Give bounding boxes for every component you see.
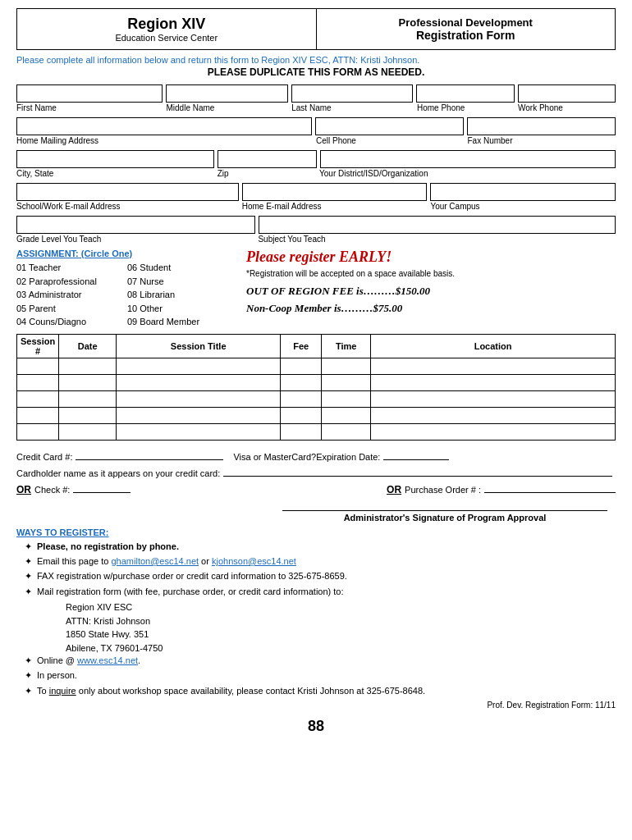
home-email-label: Home E-mail Address (242, 202, 428, 211)
session-num-1[interactable] (17, 358, 59, 374)
ways-online-text: Online @ www.esc14.net. (37, 655, 140, 667)
signature-label: Administrator's Signature of Program App… (282, 513, 607, 523)
table-row (17, 374, 616, 390)
session-fee-2[interactable] (281, 374, 322, 390)
expiration-input[interactable] (383, 449, 449, 460)
last-name-label: Last Name (291, 103, 414, 112)
first-name-input[interactable] (16, 84, 163, 103)
session-title-4[interactable] (117, 407, 281, 423)
session-num-4[interactable] (17, 407, 59, 423)
addr-line-2: ATTN: Kristi Johnson (66, 614, 616, 628)
city-state-input[interactable] (16, 150, 214, 168)
district-input[interactable] (320, 150, 616, 168)
last-name-input[interactable] (291, 84, 414, 103)
page-header: Region XIV Education Service Center Prof… (16, 8, 616, 50)
col-header-location: Location (371, 334, 616, 358)
cell-phone-input[interactable] (315, 117, 464, 135)
home-mailing-input[interactable] (16, 117, 312, 135)
session-location-1[interactable] (371, 358, 616, 374)
assignment-item-03: 03 Administrator (16, 288, 127, 302)
name-phone-row: First Name Middle Name Last Name Home Ph… (16, 84, 616, 112)
please-complete-notice: Please complete all information below an… (16, 55, 616, 65)
ways-phone-text: Please, no registration by phone. (37, 541, 179, 553)
assignment-item-04: 04 Couns/Diagno (16, 315, 127, 329)
register-early-text: Please register EARLY! (246, 249, 616, 266)
session-location-3[interactable] (371, 390, 616, 407)
assignment-register-section: ASSIGNMENT: (Circle One) 01 Teacher 06 S… (16, 249, 616, 329)
table-row (17, 407, 616, 423)
middle-name-label: Middle Name (167, 103, 289, 112)
session-time-5[interactable] (322, 423, 371, 440)
session-date-4[interactable] (59, 407, 117, 423)
home-phone-input[interactable] (416, 84, 514, 103)
ways-inquire-text: To inquire only about workshop space ava… (37, 685, 425, 697)
assignment-item-02: 02 Paraprofessional (16, 275, 127, 289)
session-title-3[interactable] (117, 390, 281, 407)
session-location-2[interactable] (371, 374, 616, 390)
check-input[interactable] (73, 482, 131, 493)
page-number: 88 (16, 718, 616, 735)
home-email-input[interactable] (242, 183, 428, 201)
middle-name-input[interactable] (166, 84, 288, 103)
session-date-5[interactable] (59, 423, 117, 440)
email-link-1[interactable]: ghamilton@esc14.net (112, 556, 199, 566)
session-date-3[interactable] (59, 390, 117, 407)
assignment-item-10: 10 Other (127, 302, 238, 316)
email-link-2[interactable]: kjohnson@esc14.net (212, 556, 296, 566)
po-input[interactable] (484, 482, 616, 493)
subject-label: Subject You Teach (258, 235, 616, 244)
session-fee-4[interactable] (281, 407, 322, 423)
out-of-region-fee: OUT OF REGION FEE is………$150.00 (246, 283, 616, 300)
non-coop-fee: Non-Coop Member is………$75.00 (246, 300, 616, 317)
table-row (17, 358, 616, 374)
session-date-1[interactable] (59, 358, 117, 374)
session-num-2[interactable] (17, 374, 59, 390)
session-fee-3[interactable] (281, 390, 322, 407)
session-time-2[interactable] (322, 374, 371, 390)
campus-input[interactable] (430, 183, 616, 201)
col-header-date: Date (59, 334, 117, 358)
subject-input[interactable] (259, 216, 616, 234)
session-time-1[interactable] (322, 358, 371, 374)
session-fee-1[interactable] (281, 358, 322, 374)
table-row (17, 423, 616, 440)
signature-line[interactable] (282, 510, 607, 511)
credit-card-input[interactable] (76, 449, 223, 460)
bullet-icon: ✦ (25, 586, 32, 598)
email-campus-row: School/Work E-mail Address Home E-mail A… (16, 183, 616, 211)
session-num-3[interactable] (17, 390, 59, 407)
session-time-3[interactable] (322, 390, 371, 407)
ways-item-email: ✦ Email this page to ghamilton@esc14.net… (25, 555, 616, 568)
website-link[interactable]: www.esc14.net (77, 655, 138, 665)
session-time-4[interactable] (322, 407, 371, 423)
session-title-1[interactable] (117, 358, 281, 374)
duplicate-notice: PLEASE DUPLICATE THIS FORM AS NEEDED. (16, 66, 616, 78)
ways-item-inquire: ✦ To inquire only about workshop space a… (25, 685, 616, 697)
addr-line-3: 1850 State Hwy. 351 (66, 628, 616, 641)
work-phone-input[interactable] (518, 84, 616, 103)
session-num-5[interactable] (17, 423, 59, 440)
home-phone-label: Home Phone (417, 103, 515, 112)
session-title-2[interactable] (117, 374, 281, 390)
assignment-item-05: 05 Parent (16, 302, 127, 316)
session-fee-5[interactable] (281, 423, 322, 440)
work-phone-label: Work Phone (518, 103, 616, 112)
session-date-2[interactable] (59, 374, 117, 390)
grade-level-input[interactable] (16, 216, 255, 234)
cardholder-input[interactable] (223, 465, 612, 477)
school-email-input[interactable] (16, 183, 239, 201)
session-location-5[interactable] (371, 423, 616, 440)
assignment-item-09: 09 Board Member (127, 315, 238, 329)
session-title-5[interactable] (117, 423, 281, 440)
bullet-icon: ✦ (25, 685, 32, 697)
bullet-icon: ✦ (25, 655, 32, 667)
session-location-4[interactable] (371, 407, 616, 423)
zip-label: Zip (218, 169, 316, 178)
cardholder-label: Cardholder name as it appears on your cr… (16, 468, 220, 478)
cardholder-line: Cardholder name as it appears on your cr… (16, 465, 616, 478)
fax-input[interactable] (467, 117, 616, 135)
credit-card-line: Credit Card #: Visa or MasterCard? Expir… (16, 449, 616, 462)
addr-line-1: Region XIV ESC (66, 600, 616, 614)
zip-input[interactable] (218, 150, 317, 168)
bullet-icon: ✦ (25, 555, 32, 568)
